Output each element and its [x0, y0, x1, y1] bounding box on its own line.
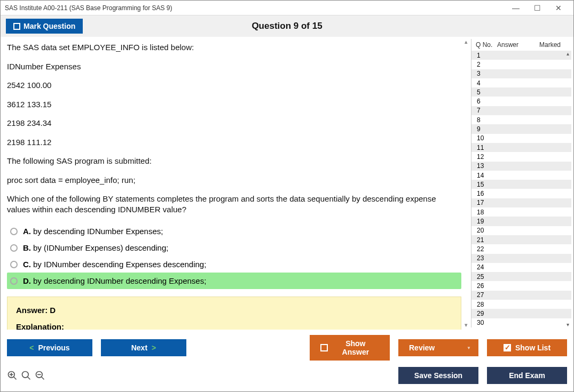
list-item[interactable]: 18 [471, 207, 571, 217]
list-item[interactable]: 24 [471, 263, 571, 272]
list-item[interactable]: 4 [471, 78, 571, 87]
titlebar: SAS Institute A00-211 (SAS Base Programm… [1, 1, 573, 15]
list-item[interactable]: 26 [471, 281, 571, 290]
save-session-label: Save Session [414, 371, 462, 380]
show-list-button[interactable]: Show List [487, 339, 567, 356]
maximize-button[interactable]: ☐ [526, 2, 548, 14]
list-item[interactable]: 27 [471, 291, 571, 300]
content-column: ▴ The SAS data set EMPLOYEE_INFO is list… [1, 37, 471, 330]
close-button[interactable]: ✕ [548, 2, 569, 14]
radio-icon [10, 277, 18, 285]
list-item[interactable]: 25 [471, 272, 571, 281]
mark-question-button[interactable]: Mark Question [6, 19, 83, 34]
list-item[interactable]: 1 [471, 51, 571, 60]
show-list-label: Show List [515, 343, 551, 352]
option-text: by descending IDNumber descending Expens… [33, 276, 206, 285]
question-paragraph: The following SAS program is submitted: [7, 156, 461, 166]
list-item[interactable]: 6 [471, 97, 571, 106]
mark-question-label: Mark Question [23, 22, 75, 30]
list-item[interactable]: 13 [471, 162, 571, 171]
option-text: by descending IDNumber Expenses; [33, 227, 163, 236]
option-letter: D. [23, 276, 31, 285]
option-letter: C. [23, 260, 31, 269]
option-c[interactable]: C.by IDNumber descending Expenses descen… [7, 256, 461, 273]
list-item[interactable]: 7 [471, 106, 571, 115]
list-item[interactable]: 14 [471, 171, 571, 180]
show-answer-button[interactable]: Show Answer [310, 335, 390, 361]
list-item[interactable]: 11 [471, 143, 571, 152]
option-text: by (IDNumber Expenses) descending; [33, 243, 168, 252]
question-list-panel: Q No. Answer Marked ▴ 1 2 3 4 5 6 7 8 9 … [471, 39, 571, 327]
question-list[interactable]: ▴ 1 2 3 4 5 6 7 8 9 10 11 12 13 14 15 16… [471, 51, 571, 327]
list-item[interactable]: 3 [471, 69, 571, 78]
list-item[interactable]: 30 [471, 318, 571, 327]
list-item[interactable]: 2 [471, 60, 571, 69]
review-button[interactable]: Review ▼ [398, 339, 478, 356]
question-paragraph: 2198 234.34 [7, 118, 461, 129]
option-d[interactable]: D.by descending IDNumber descending Expe… [7, 273, 461, 289]
question-paragraph: The SAS data set EMPLOYEE_INFO is listed… [7, 42, 461, 53]
app-window: SAS Institute A00-211 (SAS Base Programm… [0, 0, 574, 392]
svg-point-4 [22, 372, 29, 378]
svg-line-1 [14, 377, 17, 380]
list-item[interactable]: 16 [471, 189, 571, 198]
question-paragraph: proc sort data = employee_info; run; [7, 175, 461, 186]
option-b[interactable]: B.by (IDNumber Expenses) descending; [7, 239, 461, 256]
window-controls: — ☐ ✕ [505, 2, 569, 14]
list-item[interactable]: 17 [471, 198, 571, 207]
question-paragraph: IDNumber Expenses [7, 61, 461, 72]
explanation-label: Explanation: [16, 322, 452, 330]
next-button[interactable]: Next > [101, 339, 186, 356]
header-answer: Answer [497, 41, 529, 49]
previous-label: Previous [38, 343, 70, 352]
list-item[interactable]: 15 [471, 180, 571, 189]
list-item[interactable]: 9 [471, 124, 571, 133]
option-a[interactable]: A.by descending IDNumber Expenses; [7, 223, 461, 239]
save-session-button[interactable]: Save Session [398, 367, 478, 384]
end-exam-label: End Exam [509, 371, 545, 380]
zoom-controls [7, 370, 45, 381]
question-paragraph: Which one of the following BY statements… [7, 194, 461, 214]
svg-line-5 [28, 377, 30, 380]
list-item[interactable]: 22 [471, 244, 571, 253]
chevron-left-icon: < [29, 343, 34, 352]
main-area: ▴ The SAS data set EMPLOYEE_INFO is list… [1, 37, 573, 330]
list-item[interactable]: 23 [471, 254, 571, 263]
minimize-button[interactable]: — [505, 2, 526, 14]
list-item[interactable]: 12 [471, 152, 571, 161]
list-item[interactable]: 20 [471, 226, 571, 235]
list-header: Q No. Answer Marked [471, 39, 571, 51]
zoom-out-icon[interactable] [35, 370, 45, 381]
zoom-in-icon[interactable] [7, 370, 18, 381]
option-letter: A. [23, 227, 31, 236]
list-item[interactable]: 21 [471, 235, 571, 244]
button-row-1: < Previous Next > Show Answer Review ▼ S… [7, 335, 567, 361]
options-group: A.by descending IDNumber Expenses; B.by … [7, 223, 461, 289]
next-label: Next [131, 343, 147, 352]
question-counter: Question 9 of 15 [251, 21, 322, 31]
review-label: Review [409, 343, 435, 352]
checkbox-icon [320, 344, 328, 351]
zoom-reset-icon[interactable] [21, 370, 32, 381]
chevron-right-icon: > [152, 343, 156, 352]
scroll-down-icon[interactable]: ▾ [462, 321, 470, 329]
list-item[interactable]: 8 [471, 115, 571, 124]
scroll-up-icon[interactable]: ▴ [564, 51, 571, 57]
list-item[interactable]: 19 [471, 217, 571, 226]
previous-button[interactable]: < Previous [7, 339, 92, 356]
list-item[interactable]: 5 [471, 87, 571, 97]
scroll-down-icon[interactable]: ▾ [564, 322, 571, 327]
chevron-down-icon: ▼ [467, 346, 471, 350]
question-scroll[interactable]: The SAS data set EMPLOYEE_INFO is listed… [7, 42, 465, 330]
question-paragraph: 2542 100.00 [7, 80, 461, 91]
answer-label: Answer: D [16, 306, 452, 315]
list-item[interactable]: 29 [471, 309, 571, 318]
button-row-2: Save Session End Exam [7, 367, 567, 384]
header-qno: Q No. [476, 41, 497, 49]
end-exam-button[interactable]: End Exam [487, 367, 567, 384]
radio-icon [10, 228, 18, 235]
footer: < Previous Next > Show Answer Review ▼ S… [1, 330, 573, 391]
list-item[interactable]: 10 [471, 134, 571, 143]
list-item[interactable]: 28 [471, 300, 571, 309]
option-text: by IDNumber descending Expenses descendi… [33, 260, 206, 269]
